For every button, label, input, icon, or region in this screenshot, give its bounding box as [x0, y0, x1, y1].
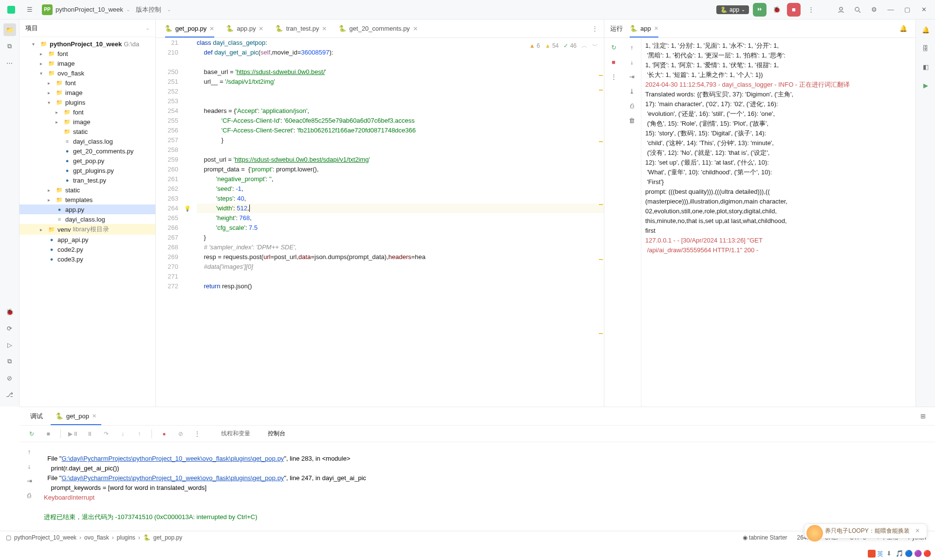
editor-tab[interactable]: 🐍tran_test.py✕ [269, 19, 333, 37]
tree-item[interactable]: gpt_plugins.py [19, 166, 155, 175]
stop-icon[interactable]: ■ [607, 56, 620, 68]
close-icon[interactable]: ✕ [413, 25, 418, 32]
vcs-menu[interactable]: 版本控制 [136, 5, 161, 14]
pause-icon[interactable]: ⏸ [83, 428, 96, 440]
soft-wrap-icon[interactable]: ⇥ [626, 70, 638, 83]
down-icon[interactable]: ↓ [23, 460, 36, 472]
vcs-icon[interactable]: ⎇ [3, 389, 16, 400]
close-icon[interactable]: ✕ [209, 25, 214, 32]
run-config-selector[interactable]: 🐍 app ⌄ [716, 5, 749, 14]
tree-item[interactable]: dayi_class.log [19, 136, 155, 146]
project-tree[interactable]: ▾📁pythonProject_10_week G:\da▸📁font▸📁ima… [19, 37, 155, 407]
settings-icon[interactable]: ⚙ [868, 3, 880, 16]
debug-console[interactable]: File "G:\dayi\PycharmProjects\pythonProj… [39, 442, 935, 531]
tray-icon[interactable] [868, 550, 876, 558]
tree-item[interactable]: ▾📁ovo_flask [19, 68, 155, 78]
project-tool-icon[interactable]: 📁 [3, 23, 16, 36]
rerun-icon[interactable]: ↻ [607, 41, 620, 54]
tree-item[interactable]: ▸📁image [19, 88, 155, 97]
tree-item[interactable]: ▸📁image [19, 58, 155, 68]
tree-item[interactable]: get_pop.py [19, 156, 155, 166]
scroll-end-icon[interactable]: ⤓ [626, 85, 638, 97]
tray-icon[interactable]: ⬇ [886, 550, 894, 558]
editor-tab[interactable]: 🐍get_pop.py✕ [159, 19, 220, 37]
close-icon[interactable]: ✕ [917, 3, 930, 16]
close-icon[interactable]: ✕ [259, 25, 263, 32]
tree-item[interactable]: code2.py [19, 244, 155, 254]
run-button[interactable] [753, 3, 767, 17]
tree-item[interactable]: ▸📁templates [19, 195, 155, 205]
more-actions-icon[interactable]: ⋮ [804, 3, 817, 16]
tree-item[interactable]: ▾📁plugins [19, 97, 155, 107]
sciview-icon[interactable]: ◧ [919, 60, 932, 73]
close-icon[interactable]: ✕ [322, 25, 327, 32]
print-icon[interactable]: ⎙ [23, 489, 36, 502]
tree-item[interactable]: app.py [19, 205, 155, 214]
close-icon[interactable]: ✕ [654, 25, 658, 32]
debug-subtab-console[interactable]: 控制台 [268, 429, 285, 438]
step-out-icon[interactable]: ↑ [133, 428, 146, 440]
more-icon[interactable]: ⋮ [607, 70, 620, 83]
chevron-down-icon[interactable]: ⌄ [146, 25, 150, 31]
breadcrumb[interactable]: ▢ pythonProject_10_week› ovo_flask› plug… [6, 534, 182, 541]
run-console[interactable]: 1, '注定': 1, '分别': 1, '见面': 1, '永不': 1, '… [641, 38, 916, 407]
step-over-icon[interactable]: ↷ [100, 428, 112, 440]
tree-item[interactable]: ▸📁font [19, 78, 155, 88]
tray-icon[interactable]: 🔵 [905, 550, 913, 558]
problems-icon[interactable]: ⊘ [3, 372, 16, 384]
step-into-icon[interactable]: ↓ [116, 428, 129, 440]
line-gutter[interactable]: 2121025025125225325425525625725825926026… [156, 38, 184, 407]
tree-item[interactable]: ▸📁venv library根目录 [19, 224, 155, 235]
tree-item[interactable]: ▾📁pythonProject_10_week G:\da [19, 39, 155, 49]
more-tool-icon[interactable]: ⋯ [3, 56, 16, 69]
code-content[interactable]: class dayi_class_getpop: def dayi_get_ai… [193, 38, 604, 407]
resume-icon[interactable]: ▶⏸ [67, 428, 79, 440]
editor-tab[interactable]: 🐍get_20_comments.py✕ [333, 19, 423, 37]
stop-button[interactable]: ■ [787, 3, 801, 17]
code-with-me-icon[interactable] [835, 3, 847, 16]
tray-icon[interactable]: 英 [877, 550, 885, 558]
more-icon[interactable]: ⋮ [191, 428, 204, 440]
search-icon[interactable] [851, 3, 864, 16]
view-breakpoints-icon[interactable]: ● [158, 428, 170, 440]
tree-item[interactable]: dayi_class.log [19, 214, 155, 224]
debug-subtab-threads[interactable]: 线程和变量 [221, 429, 250, 438]
down-icon[interactable]: ↓ [626, 56, 638, 68]
app-icon[interactable] [5, 3, 18, 16]
tree-item[interactable]: get_20_comments.py [19, 146, 155, 156]
layout-icon[interactable]: ⊞ [916, 410, 929, 423]
tree-item[interactable]: tran_test.py [19, 175, 155, 185]
tree-item[interactable]: ▸📁font [19, 107, 155, 117]
python-packages-icon[interactable]: ⟳ [3, 322, 16, 334]
loopy-toast[interactable]: 养只电子LOOPY：能喂食能换装 ✕ [804, 523, 927, 539]
tray-icon[interactable]: 🎵 [896, 550, 903, 558]
up-icon[interactable]: ↑ [626, 41, 638, 54]
print-icon[interactable]: ⎙ [626, 99, 638, 112]
run-tab[interactable]: 🐍 app ✕ [630, 19, 658, 37]
code-editor[interactable]: 6 54 46 ︿ ﹀ 2121025025125225325425525625… [156, 38, 604, 407]
tree-item[interactable]: code3.py [19, 254, 155, 264]
mute-breakpoints-icon[interactable]: ⊘ [174, 428, 187, 440]
play-square-icon[interactable]: ▶ [919, 79, 932, 92]
file-link[interactable]: G:\dayi\PycharmProjects\pythonProject_10… [61, 474, 284, 482]
intention-bulb-icon[interactable]: 💡 [184, 204, 193, 213]
tree-item[interactable]: 📁static [19, 127, 155, 136]
close-icon[interactable]: ✕ [92, 413, 96, 419]
minimap[interactable] [597, 38, 604, 407]
terminal-icon[interactable]: ⧉ [3, 355, 16, 367]
clear-icon[interactable]: 🗑 [626, 114, 638, 127]
debug-tool-icon[interactable]: 🐞 [3, 306, 16, 317]
file-link[interactable]: G:\dayi\PycharmProjects\pythonProject_10… [61, 455, 284, 462]
notifications-icon[interactable]: 🔔 [919, 23, 932, 36]
tree-item[interactable]: ▸📁image [19, 117, 155, 127]
debug-tab[interactable]: 🐍 get_pop ✕ [51, 407, 101, 425]
rerun-icon[interactable]: ↻ [25, 428, 38, 440]
tabs-more-icon[interactable]: ⋮ [588, 22, 601, 35]
maximize-icon[interactable]: ▢ [901, 3, 914, 16]
minimize-icon[interactable]: — [884, 3, 897, 16]
tabnine-status[interactable]: ◉ tabnine Starter [740, 534, 790, 541]
project-selector[interactable]: PP pythonProject_10_week ⌄ [42, 4, 130, 15]
debug-button[interactable]: 🐞 [770, 3, 783, 16]
tree-item[interactable]: ▸📁font [19, 49, 155, 58]
tray-icon[interactable]: 🔴 [923, 550, 931, 558]
